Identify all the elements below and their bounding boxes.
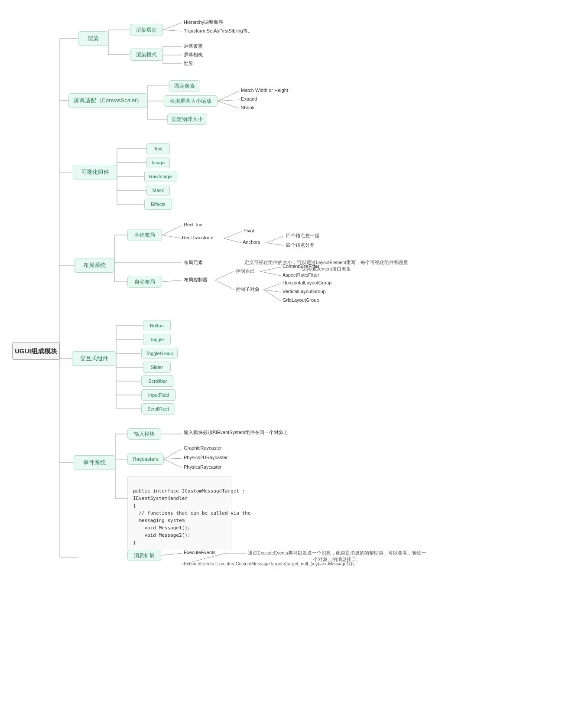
svg-line-42 [215, 280, 234, 290]
node-vis1: Text [146, 143, 170, 154]
svg-line-63 [164, 459, 182, 468]
text-rl1: Hierarchy调整顺序 [182, 18, 225, 26]
svg-line-64 [161, 553, 182, 555]
root-node: UGUI组成模块 [12, 343, 60, 360]
code-block: public interface ICustomMessageTarget : … [127, 476, 231, 550]
node-input-module: 输入模块 [127, 428, 161, 440]
text-al1: 布局控制器 [182, 276, 209, 284]
node-render-layer: 渲染层次 [130, 24, 163, 36]
svg-line-39 [266, 243, 284, 245]
text-ray1: GraphicRaycaster [182, 444, 224, 451]
section-render-label: 渲染 [88, 35, 99, 42]
text-al11: 控制自己 [234, 267, 257, 275]
node-int5: Scrollbar [141, 375, 174, 387]
text-al112: AspectRatioFitter [281, 271, 321, 278]
svg-line-61 [164, 449, 182, 459]
text-rl2: Transform.SetAsFirstSibling等。 [182, 27, 254, 35]
svg-line-37 [224, 238, 242, 243]
svg-line-47 [263, 290, 281, 301]
root-label: UGUI组成模块 [15, 347, 57, 356]
node-cs1: 固定像素 [169, 80, 200, 91]
node-int4: Slider [143, 362, 171, 373]
text-execute-events-code: ExecuteEvents.Execute<ICustomMessageTarg… [182, 560, 357, 567]
node-auto-layout: 自动布局 [127, 276, 162, 288]
svg-line-38 [266, 236, 284, 243]
node-render-mode: 渲染模式 [130, 49, 163, 61]
text-al12: 控制子对象 [234, 285, 261, 294]
text-rm2: 屏幕相机 [182, 51, 205, 59]
section-interactive-label: 交互式组件 [80, 355, 108, 362]
text-al123: GridLayoutGroup [281, 297, 321, 303]
section-render: 渲染 [78, 31, 108, 46]
svg-line-21 [218, 91, 239, 101]
text-rm1: 屏幕覆盖 [182, 42, 205, 50]
node-render-mode-label: 渲染模式 [136, 51, 157, 59]
node-vis2: Image [146, 157, 170, 168]
svg-line-46 [263, 290, 281, 292]
text-cs21: Match Width or Height [239, 87, 290, 94]
svg-line-12 [163, 30, 182, 31]
text-ray2: Physics2DRaycaster [182, 454, 229, 461]
node-int3: ToggleGroup [141, 348, 178, 359]
text-al122: VerticalLayoutGroup [281, 288, 328, 295]
text-cs22: Expand [239, 95, 259, 102]
text-execute-events: ExecuteEvents [182, 549, 217, 556]
node-raycasters: Raycasters [127, 454, 164, 465]
section-event: 事件系统 [74, 455, 115, 470]
text-bl1: Rect Tool [182, 221, 205, 228]
text-bl221: 四个锚点在一起 [284, 232, 321, 240]
section-layout-label: 布局系统 [83, 261, 106, 269]
svg-line-11 [163, 23, 182, 30]
svg-line-41 [215, 271, 234, 280]
svg-line-40 [162, 280, 182, 282]
text-al111: ContentSizeFitter [281, 263, 321, 270]
section-canvas-scaler: 屏幕适配（CanvasScaler） [68, 93, 147, 108]
mindmap-container: UGUI组成模块 渲染 渲染层次 Hierarchy调整顺序 Transform… [0, 0, 588, 708]
svg-line-62 [164, 458, 182, 459]
node-int6: InputField [141, 389, 176, 401]
section-canvas-scaler-label: 屏幕适配（CanvasScaler） [74, 97, 143, 104]
svg-line-35 [162, 235, 182, 238]
section-visual-label: 可视化组件 [81, 168, 109, 176]
text-layout-elem: 布局元素 [182, 258, 205, 267]
text-bl222: 四个锚点分开 [284, 241, 316, 249]
text-bl2: RectTransform [180, 234, 215, 241]
svg-line-23 [218, 101, 239, 108]
node-int1: Button [143, 320, 171, 331]
section-event-label: 事件系统 [83, 459, 106, 467]
text-bl21: Pivot [242, 227, 256, 234]
svg-line-45 [263, 284, 281, 290]
text-ray3: PhysicsRaycaster [182, 463, 223, 470]
svg-line-22 [218, 100, 239, 101]
node-render-layer-label: 渲染层次 [136, 26, 157, 34]
svg-line-36 [224, 232, 242, 238]
text-al121: HorizontalLayoutGroup [281, 279, 333, 286]
svg-line-34 [162, 225, 182, 235]
text-layout-elem-desc: 定义可视化组件的大小，可以通过LayoutElement重写，每个可视化组件都是… [233, 258, 419, 273]
section-layout: 布局系统 [75, 258, 114, 273]
node-vis3: RawImage [144, 171, 176, 182]
node-int2: Toggle [143, 334, 171, 345]
text-bl22: Anchors [241, 238, 262, 245]
text-rm3: 世界 [182, 59, 195, 68]
text-input-module-desc: 输入模块必须和EventSystem组件在同一个对象上 [182, 428, 290, 437]
node-vis5: Effects [144, 199, 172, 210]
text-cs23: Shrink [239, 104, 256, 111]
node-vis4: Mask [146, 185, 170, 196]
node-int7: ScrollRect [141, 403, 175, 414]
section-interactive: 交互式组件 [72, 351, 116, 366]
node-cs2: 根据屏幕大小缩放 [164, 95, 218, 107]
node-msg-ext: 消息扩展 [127, 550, 161, 561]
node-basic-layout: 基础布局 [127, 229, 162, 241]
node-cs3: 固定物理大小 [167, 114, 207, 125]
section-visual: 可视化组件 [73, 165, 117, 179]
